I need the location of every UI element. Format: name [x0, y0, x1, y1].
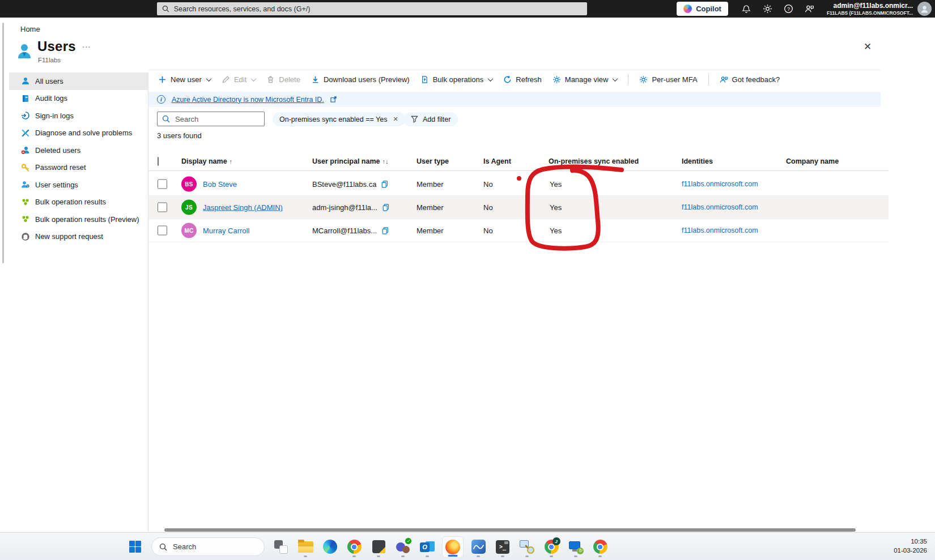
user-search-input[interactable]	[157, 112, 265, 126]
help-button[interactable]: ?	[778, 0, 799, 18]
overflow-menu-button[interactable]: ...	[82, 40, 91, 49]
admin-tools-button[interactable]	[516, 536, 538, 558]
column-header-sync-enabled[interactable]: On-premises sync enabled	[549, 157, 639, 165]
add-filter-button[interactable]: Add filter	[403, 112, 458, 126]
user-search-box[interactable]	[157, 112, 265, 126]
filter-pill-label: On-premises sync enabled == Yes	[279, 116, 387, 123]
got-feedback-button[interactable]: Got feedback?	[720, 75, 780, 84]
taskbar-clock[interactable]: 10:35 01-03-2026	[894, 537, 927, 555]
column-header-upn[interactable]: User principal name↑↓	[312, 157, 389, 165]
identities-link[interactable]: f11labs.onmicrosoft.com	[682, 203, 758, 211]
sidebar-item-all-users[interactable]: All users	[9, 72, 148, 90]
select-all-checkbox[interactable]	[158, 157, 159, 165]
clock-time: 10:35	[894, 537, 927, 546]
firefox-button-active[interactable]	[440, 536, 465, 558]
column-header-identities[interactable]: Identities	[682, 157, 713, 165]
chrome-icon: J	[545, 540, 559, 554]
edge-button[interactable]	[318, 536, 341, 558]
row-checkbox[interactable]	[158, 226, 167, 236]
row-checkbox[interactable]	[158, 203, 167, 212]
column-header-user-type[interactable]: User type	[416, 157, 449, 165]
bulk-operations-button[interactable]: Bulk operations	[420, 75, 493, 84]
taskbar-search-box[interactable]: Search	[151, 537, 265, 556]
entra-banner-link[interactable]: Azure Active Directory is now Microsoft …	[172, 96, 324, 104]
download-icon	[311, 75, 320, 84]
sidebar-item-bulk-results[interactable]: Bulk operation results	[9, 194, 148, 211]
table-row[interactable]: JS Jaspreet Singh (ADMIN) adm-jsingh@f11…	[148, 196, 889, 219]
photos-icon	[471, 540, 486, 554]
remote-desktop-button[interactable]: ↻	[564, 536, 587, 558]
photos-app-button[interactable]	[467, 536, 490, 558]
sidebar-item-audit-logs[interactable]: Audit logs	[9, 90, 148, 108]
breadcrumb-home[interactable]: Home	[20, 25, 40, 33]
per-user-mfa-button[interactable]: Per-user MFA	[639, 75, 697, 84]
troubleshoot-icon	[21, 129, 30, 138]
copilot-button[interactable]: Copilot	[677, 2, 728, 16]
search-icon	[159, 543, 167, 551]
notifications-button[interactable]	[736, 0, 757, 18]
new-user-button[interactable]: New user	[158, 75, 211, 84]
remove-filter-icon[interactable]: ✕	[393, 116, 398, 123]
chrome-button[interactable]	[343, 536, 366, 558]
edit-button[interactable]: Edit	[222, 75, 256, 84]
copy-icon[interactable]	[381, 226, 389, 234]
feedback-button[interactable]	[799, 0, 820, 18]
identities-link[interactable]: f11labs.onmicrosoft.com	[682, 226, 758, 234]
sidebar-item-bulk-results-preview[interactable]: Bulk operation results (Preview)	[9, 211, 148, 228]
start-button[interactable]	[124, 536, 146, 558]
notes-app-button[interactable]	[367, 536, 390, 558]
sidebar-item-diagnose[interactable]: Diagnose and solve problems	[9, 125, 148, 142]
button-label: New user	[171, 75, 202, 84]
chrome-secondary-button[interactable]	[589, 536, 611, 558]
sidebar-item-deleted-users[interactable]: Deleted users	[9, 142, 148, 159]
settings-button[interactable]	[757, 0, 778, 18]
user-upn: MCarroll@f11labs...	[312, 226, 377, 235]
terminal-button[interactable]: >_	[491, 536, 514, 558]
sidebar-item-new-support-request[interactable]: New support request	[9, 228, 148, 246]
user-type: Member	[416, 180, 444, 189]
is-agent: No	[483, 226, 493, 235]
sidebar-item-label: Bulk operation results	[35, 198, 106, 206]
info-icon: i	[157, 95, 165, 104]
sidebar-item-user-settings[interactable]: User settings	[9, 176, 148, 194]
close-blade-button[interactable]: ✕	[864, 41, 872, 53]
column-header-company[interactable]: Company name	[786, 157, 839, 165]
row-checkbox[interactable]	[158, 179, 167, 189]
download-users-button[interactable]: Download users (Preview)	[311, 75, 410, 84]
user-name-link[interactable]: Murray Carroll	[203, 226, 249, 235]
gear-icon	[763, 4, 772, 14]
account-avatar[interactable]	[917, 2, 932, 16]
delete-button[interactable]: Delete	[266, 75, 300, 84]
copy-icon[interactable]	[382, 203, 390, 211]
identities-link[interactable]: f11labs.onmicrosoft.com	[682, 180, 758, 188]
global-search-input[interactable]	[174, 5, 582, 13]
account-info[interactable]: admin@f11labs.onmicr... F11LABS (F11LABS…	[827, 2, 913, 16]
horizontal-scrollbar[interactable]	[164, 528, 856, 532]
key-icon	[21, 163, 30, 172]
teams-button[interactable]: ✓	[392, 536, 414, 558]
column-header-is-agent[interactable]: Is Agent	[483, 157, 511, 165]
user-icon	[21, 76, 30, 86]
bulk-operations-icon	[21, 215, 30, 224]
user-name-link[interactable]: Jaspreet Singh (ADMIN)	[203, 203, 283, 212]
global-search-box[interactable]	[157, 2, 587, 15]
file-explorer-button[interactable]	[294, 536, 317, 558]
user-name-link[interactable]: Bob Steve	[203, 180, 237, 189]
manage-view-button[interactable]: Manage view	[552, 75, 618, 84]
copy-icon[interactable]	[381, 180, 389, 188]
table-row[interactable]: MC Murray Carroll MCarroll@f11labs... Me…	[148, 219, 889, 242]
search-icon	[162, 5, 169, 12]
column-header-display-name[interactable]: Display name↑	[181, 157, 232, 165]
table-row[interactable]: BS Bob Steve BSteve@f11labs.ca Member No…	[148, 173, 889, 196]
sidebar-item-password-reset[interactable]: Password reset	[9, 159, 148, 177]
sort-asc-icon: ↑	[230, 158, 233, 165]
document-arrow-icon	[420, 75, 429, 84]
refresh-button[interactable]: Refresh	[503, 75, 542, 84]
outlook-button[interactable]: O	[416, 536, 439, 558]
active-filter-pill[interactable]: On-premises sync enabled == Yes ✕	[273, 112, 405, 126]
blade-scrollbar[interactable]	[2, 23, 4, 263]
button-label: Delete	[279, 75, 300, 84]
sidebar-item-sign-in-logs[interactable]: Sign-in logs	[9, 107, 148, 125]
chrome-profile-button[interactable]: J	[540, 536, 563, 558]
task-view-button[interactable]	[270, 536, 292, 558]
